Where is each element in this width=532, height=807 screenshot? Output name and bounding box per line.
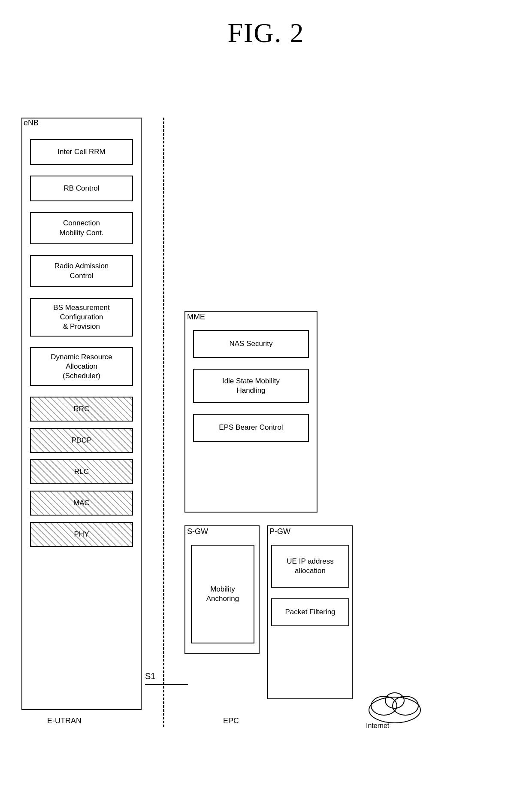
rb-control-box: RB Control <box>30 176 133 201</box>
sgw-label: S-GW <box>187 527 208 536</box>
radio-admission-box: Radio AdmissionControl <box>30 255 133 287</box>
rlc-box: RLC <box>30 459 133 484</box>
phy-box: PHY <box>30 522 133 547</box>
mac-box: MAC <box>30 491 133 516</box>
packet-filtering-box: Packet Filtering <box>271 598 349 626</box>
ue-ip-address-box: UE IP addressallocation <box>271 545 349 588</box>
s1-dashed-line <box>163 118 164 727</box>
pgw-label: P-GW <box>269 527 290 536</box>
mme-label: MME <box>187 312 205 322</box>
s1-label: S1 <box>145 671 155 681</box>
inter-cell-rrm-box: Inter Cell RRM <box>30 139 133 165</box>
idle-state-mobility-box: Idle State MobilityHandling <box>193 369 309 403</box>
diagram-area: eNB Inter Cell RRM RB Control Connection… <box>0 83 532 807</box>
mobility-anchoring-box: MobilityAnchoring <box>191 545 254 643</box>
nas-security-box: NAS Security <box>193 330 309 358</box>
eutran-bottom-label: E-UTRAN <box>47 716 82 725</box>
pdcp-box: PDCP <box>30 428 133 453</box>
rrc-box: RRC <box>30 397 133 422</box>
enb-label: eNB <box>24 118 39 127</box>
epc-bottom-label: EPC <box>223 716 239 725</box>
s1-horizontal-line <box>145 684 188 685</box>
internet-label: Internet <box>366 722 389 730</box>
connection-mobility-box: ConnectionMobility Cont. <box>30 212 133 244</box>
dynamic-resource-box: Dynamic ResourceAllocation(Scheduler) <box>30 347 133 386</box>
figure-title: FIG. 2 <box>0 0 532 58</box>
eps-bearer-control-box: EPS Bearer Control <box>193 414 309 442</box>
bs-measurement-box: BS MeasurementConfiguration& Provision <box>30 298 133 337</box>
internet-cloud <box>360 684 429 727</box>
